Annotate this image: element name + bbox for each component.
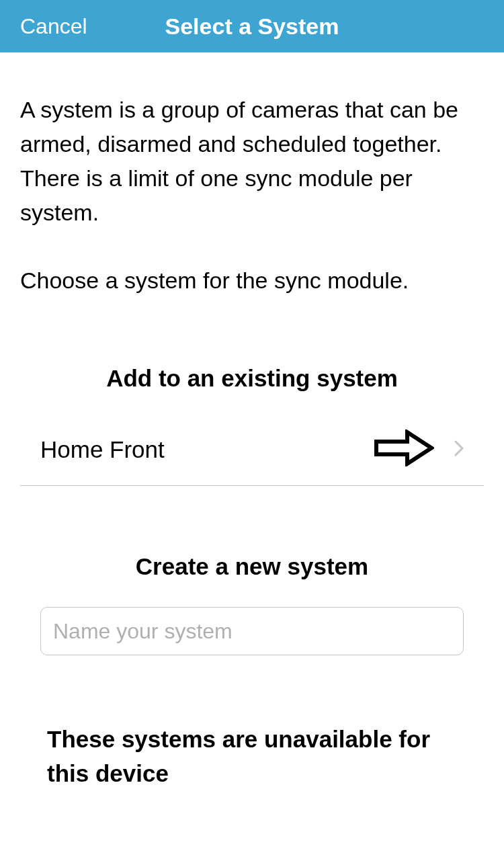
system-item-home-front[interactable]: Home Front [20,419,484,486]
create-heading: Create a new system [20,553,484,580]
description-para1: A system is a group of cameras that can … [20,97,458,225]
description-text: A system is a group of cameras that can … [20,93,484,298]
unavailable-section: These systems are unavailable for this d… [20,723,484,791]
page-title: Select a System [20,13,484,40]
system-name-input[interactable] [40,607,464,655]
input-wrapper [20,607,484,655]
cancel-button[interactable]: Cancel [20,14,87,39]
existing-system-section: Add to an existing system Home Front [20,365,484,486]
unavailable-heading: These systems are unavailable for this d… [47,723,457,791]
content-area: A system is a group of cameras that can … [0,52,504,791]
existing-heading: Add to an existing system [20,365,484,392]
chevron-right-icon [454,440,464,459]
create-system-section: Create a new system [20,553,484,655]
header-bar: Cancel Select a System [0,0,504,52]
system-item-label: Home Front [40,436,374,463]
arrow-right-icon [374,429,454,469]
description-para2: Choose a system for the sync module. [20,263,484,298]
svg-marker-0 [376,432,431,464]
